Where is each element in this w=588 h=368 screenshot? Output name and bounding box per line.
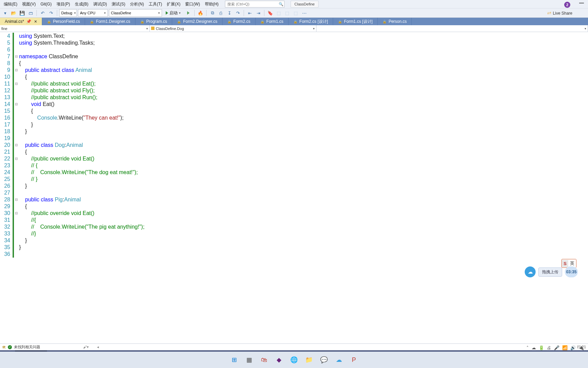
- start-debug-button[interactable]: 启动 ▾: [163, 9, 183, 17]
- tab-Form2-cs-[interactable]: 🔒Form2.cs [设计]: [289, 18, 333, 25]
- fold-toggle: [14, 203, 18, 210]
- indent-right-icon[interactable]: ⇥: [255, 9, 262, 17]
- tab-Form1-Designer-cs[interactable]: 🔒Form1.Designer.cs: [85, 18, 135, 25]
- menu-工具(T)[interactable]: 工具(T): [146, 1, 164, 7]
- save-all-icon[interactable]: 🗃: [27, 9, 34, 17]
- tab-PersonField-cs[interactable]: 🔒PersonField.cs: [42, 18, 85, 25]
- tab-Program-cs[interactable]: 🔒Program.cs: [135, 18, 172, 25]
- nav-scope-combo[interactable]: fine: [0, 25, 150, 32]
- store-icon[interactable]: 🛍: [259, 354, 270, 365]
- start-button[interactable]: ⊞: [229, 354, 240, 365]
- tray-up-icon[interactable]: ˄: [526, 345, 529, 350]
- tab-Form1-cs-[interactable]: 🔒Form1.cs [设计]: [333, 18, 378, 25]
- menu-调试(D)[interactable]: 调试(D): [91, 1, 110, 7]
- liveshare-button[interactable]: ⮂ Live Share: [547, 11, 572, 16]
- tab-Form2-Designer-cs[interactable]: 🔒Form2.Designer.cs: [172, 18, 223, 25]
- outlining-margin[interactable]: ⊟⊟⊟⊟⊟⊟⊟⊟: [14, 32, 18, 343]
- fold-toggle[interactable]: ⊟: [14, 210, 18, 217]
- start-without-debug-button[interactable]: [184, 9, 192, 17]
- search-icon[interactable]: 🔍: [278, 2, 284, 6]
- screwdriver-icon[interactable]: 🛠: [2, 345, 6, 349]
- platform-combo[interactable]: Any CPU: [78, 9, 108, 17]
- tray-mic-icon[interactable]: 🎤: [554, 345, 559, 350]
- code-editor[interactable]: 4567891011121314151617181920212223242526…: [0, 32, 588, 343]
- indent-left-icon[interactable]: ⇤: [246, 9, 254, 17]
- step-over-icon[interactable]: ↷: [234, 9, 242, 17]
- brush-icon[interactable]: 🖌▾: [83, 345, 89, 349]
- tool-icon-1[interactable]: ⧉: [209, 9, 216, 17]
- menu-生成(B)[interactable]: 生成(B): [72, 1, 91, 7]
- code-surface[interactable]: using System.Text;using System.Threading…: [18, 32, 588, 343]
- tray-printer-icon[interactable]: 🖨: [547, 345, 551, 350]
- tab-Person-cs[interactable]: 🔒Person.cs: [378, 18, 412, 25]
- explorer-icon[interactable]: 📁: [304, 354, 314, 365]
- undo-icon[interactable]: ↶: [39, 9, 46, 17]
- menu-项目(P)[interactable]: 项目(P): [54, 1, 72, 7]
- close-icon[interactable]: ✕: [34, 19, 37, 24]
- fold-toggle: [14, 244, 18, 251]
- search-box[interactable]: 🔍: [225, 1, 284, 7]
- overflow-icon[interactable]: ⋯: [300, 9, 308, 17]
- search-input[interactable]: [225, 2, 278, 6]
- menu-编辑(E)[interactable]: 编辑(E): [1, 1, 20, 7]
- caret-left-icon[interactable]: ◂: [97, 345, 99, 349]
- tray-cloud-icon[interactable]: ☁: [532, 345, 536, 350]
- menu-扩展(X)[interactable]: 扩展(X): [164, 1, 183, 7]
- minimize-icon[interactable]: [579, 3, 584, 3]
- tray-wifi-icon[interactable]: 📶: [562, 345, 568, 350]
- hot-reload-icon[interactable]: 🔥: [197, 9, 204, 17]
- wechat-icon[interactable]: 💬: [318, 354, 329, 365]
- menu-分析(N)[interactable]: 分析(N): [128, 1, 146, 7]
- error-indicator-bar[interactable]: 🛠 ✓ 未找到相关问题 🖌▾ ◂ 行:21: [0, 343, 588, 350]
- step-into-icon[interactable]: ↧: [226, 9, 233, 17]
- fold-toggle[interactable]: ⊟: [14, 101, 18, 108]
- fold-toggle[interactable]: ⊟: [14, 67, 18, 74]
- visual-studio-icon[interactable]: ◆: [274, 354, 284, 365]
- bookmark-clear-icon[interactable]: ⬚: [292, 9, 299, 17]
- startup-project-combo[interactable]: ClassDefine: [109, 9, 162, 17]
- tray-battery-icon[interactable]: 🔋: [539, 345, 544, 350]
- tray-speaker-icon[interactable]: 🔊: [570, 345, 576, 350]
- menu-bar: 编辑(E)视图(V)Git(G)项目(P)生成(B)调试(D)测试(S)分析(N…: [0, 0, 588, 8]
- powerpoint-icon[interactable]: P: [348, 354, 359, 365]
- fold-toggle: [14, 40, 18, 46]
- menu-帮助(H)[interactable]: 帮助(H): [202, 1, 221, 7]
- bookmark-prev-icon[interactable]: ⬚: [275, 9, 282, 17]
- nav-member-combo[interactable]: [316, 25, 588, 32]
- account-avatar[interactable]: 2: [564, 2, 570, 8]
- fold-toggle[interactable]: ⊟: [14, 196, 18, 203]
- pin-icon[interactable]: 📌: [26, 19, 31, 24]
- bookmark-next-icon[interactable]: ⬚: [283, 9, 291, 17]
- timestamp-badge: 03:35: [565, 266, 578, 277]
- bookmark-icon[interactable]: 🔖: [266, 9, 274, 17]
- tab-Form1-cs[interactable]: 🔒Form1.cs: [256, 18, 289, 25]
- fold-toggle: [14, 128, 18, 135]
- nav-type-combo[interactable]: ClassDefine.Dog: [150, 25, 316, 32]
- fold-toggle[interactable]: ⊟: [14, 142, 18, 149]
- toolbar-dropdown-glyph[interactable]: ▾: [1, 9, 9, 17]
- menu-Git(G)[interactable]: Git(G): [38, 1, 54, 7]
- upload-label[interactable]: 拖拽上传: [538, 267, 562, 277]
- menu-测试(S)[interactable]: 测试(S): [109, 1, 128, 7]
- fold-toggle[interactable]: ⊟: [14, 53, 18, 60]
- fold-toggle[interactable]: ⊟: [14, 155, 18, 162]
- tab-Animal-cs-[interactable]: Animal.cs*📌✕: [0, 18, 42, 25]
- fold-toggle: [14, 183, 18, 189]
- redo-icon[interactable]: ↷: [47, 9, 55, 17]
- edge-icon[interactable]: 🌐: [289, 354, 299, 365]
- config-combo[interactable]: Debug: [59, 9, 77, 17]
- tool-icon-2[interactable]: ⎙: [217, 9, 225, 17]
- open-file-icon[interactable]: 📂: [10, 9, 17, 17]
- solution-name[interactable]: ClassDefine: [291, 1, 318, 7]
- baidu-netdisk-icon[interactable]: ☁: [333, 354, 344, 365]
- menu-窗口(W)[interactable]: 窗口(W): [183, 1, 202, 7]
- cloud-icon[interactable]: ☁: [525, 266, 536, 277]
- fold-toggle: [14, 176, 18, 183]
- taskview-icon[interactable]: ▦: [244, 354, 255, 365]
- menu-视图(V)[interactable]: 视图(V): [20, 1, 38, 7]
- save-icon[interactable]: 💾: [18, 9, 26, 17]
- tray-power-icon[interactable]: 🔌: [578, 345, 584, 350]
- fold-toggle[interactable]: ⊟: [14, 80, 18, 87]
- system-tray[interactable]: ˄ ☁ 🔋 🖨 🎤 📶 🔊 🔌: [524, 344, 586, 352]
- tab-Form2-cs[interactable]: 🔒Form2.cs: [223, 18, 256, 25]
